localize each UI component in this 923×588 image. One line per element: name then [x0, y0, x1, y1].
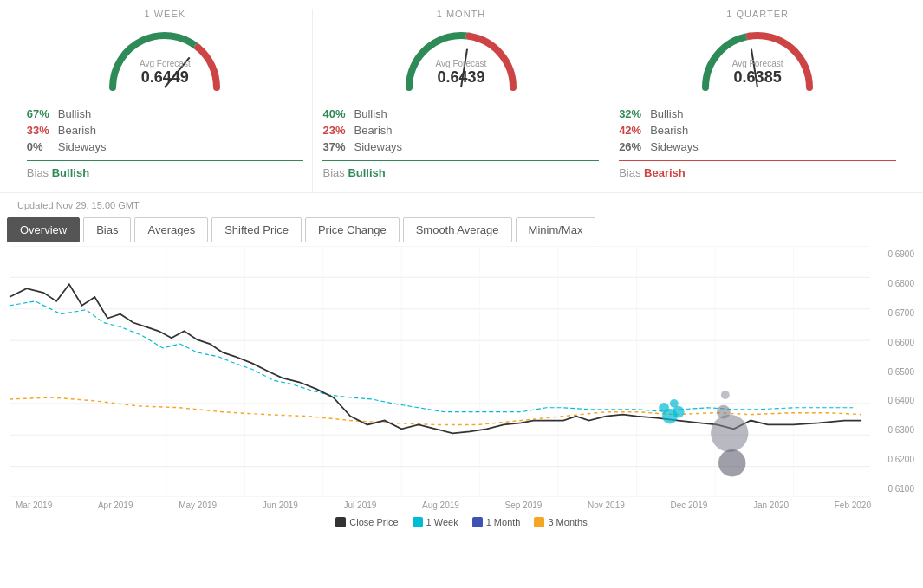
- updated-text: Updated Nov 29, 15:00 GMT: [0, 193, 923, 217]
- bubble-1m-tiny: [721, 391, 730, 399]
- forecast-panel-2: 1 QUARTER Avg Forecast 0.6385 32% Bullis…: [610, 9, 905, 192]
- gauge-2: Avg Forecast 0.6385: [688, 23, 827, 100]
- gauge-1: Avg Forecast 0.6439: [392, 23, 530, 100]
- tab-smooth-average[interactable]: Smooth Average: [403, 217, 512, 242]
- tab-minim/max[interactable]: Minim/Max: [516, 217, 596, 242]
- legend-close-price: Close Price: [335, 517, 398, 527]
- panel-divider-0: [27, 160, 303, 161]
- legend-1-month: 1 Month: [472, 517, 521, 527]
- bullish-row-2: 32% Bullish: [619, 107, 896, 120]
- tab-overview[interactable]: Overview: [7, 217, 80, 242]
- tab-shifted-price[interactable]: Shifted Price: [211, 217, 302, 242]
- legend-3-months: 3 Months: [534, 517, 587, 527]
- legend-dot-1m: [472, 517, 483, 527]
- main-chart: [9, 246, 871, 497]
- bearish-row-0: 33% Bearish: [27, 124, 303, 137]
- bubble-1m-med: [718, 449, 745, 476]
- panel-title-1: 1 MONTH: [322, 9, 599, 19]
- sideways-row-0: 0% Sideways: [27, 140, 303, 153]
- panel-title-2: 1 QUARTER: [619, 9, 896, 19]
- sideways-row-2: 26% Sideways: [619, 140, 896, 153]
- forecast-panel-0: 1 WEEK Avg Forecast 0.6449 67% Bullish 3…: [18, 9, 313, 192]
- gauge-0: Avg Forecast 0.6449: [95, 23, 234, 100]
- tab-price-change[interactable]: Price Change: [305, 217, 400, 242]
- bearish-row-2: 42% Bearish: [619, 124, 896, 137]
- tab-averages[interactable]: Averages: [134, 217, 208, 242]
- legend-dot-1w: [413, 517, 423, 527]
- bias-row-0: Bias Bullish: [27, 166, 303, 179]
- bubble-1w-4: [673, 406, 685, 418]
- chart-wrapper: 0.6900 0.6800 0.6700 0.6600 0.6500 0.640…: [9, 246, 914, 497]
- svg-line-2: [751, 49, 757, 87]
- panel-divider-2: [619, 160, 896, 161]
- tabs-row: OverviewBiasAveragesShifted PricePrice C…: [0, 217, 923, 242]
- tab-bias[interactable]: Bias: [83, 217, 131, 242]
- bubble-1m-large: [711, 415, 748, 452]
- forecast-panel-1: 1 MONTH Avg Forecast 0.6439 40% Bullish …: [314, 9, 608, 192]
- panel-title-0: 1 WEEK: [27, 9, 303, 19]
- bullish-row-0: 67% Bullish: [27, 107, 303, 120]
- sideways-row-1: 37% Sideways: [322, 140, 599, 153]
- panel-divider-1: [322, 160, 599, 161]
- bias-row-1: Bias Bullish: [322, 166, 599, 179]
- bullish-row-1: 40% Bullish: [322, 107, 599, 120]
- svg-line-1: [461, 49, 467, 87]
- bearish-row-1: 23% Bearish: [322, 124, 599, 137]
- legend-row: Close Price 1 Week 1 Month 3 Months: [0, 514, 923, 534]
- y-axis-labels: 0.6900 0.6800 0.6700 0.6600 0.6500 0.640…: [875, 246, 914, 497]
- bias-row-2: Bias Bearish: [619, 166, 896, 179]
- top-section: 1 WEEK Avg Forecast 0.6449 67% Bullish 3…: [0, 0, 923, 193]
- legend-1-week: 1 Week: [413, 517, 458, 527]
- x-axis-row: Mar 2019 Apr 2019 May 2019 Jun 2019 Jul …: [0, 497, 880, 514]
- legend-dot-3m: [534, 517, 544, 527]
- legend-dot-close: [335, 517, 346, 527]
- svg-line-0: [165, 57, 190, 87]
